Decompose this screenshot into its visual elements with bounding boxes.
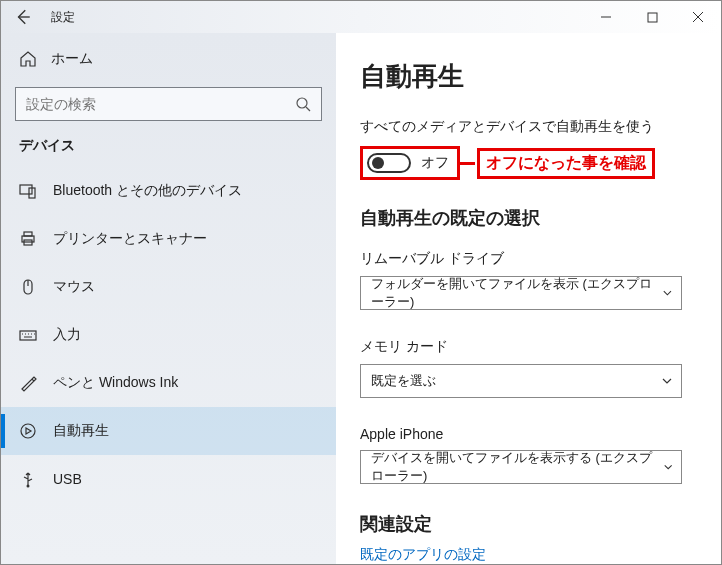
mouse-icon (19, 278, 37, 296)
iphone-dropdown[interactable]: デバイスを開いてファイルを表示する (エクスプローラー) (360, 450, 682, 484)
devices-icon (19, 182, 37, 200)
svg-point-10 (27, 485, 30, 488)
toggle-label: すべてのメディアとデバイスで自動再生を使う (360, 118, 697, 136)
sidebar-item-mouse[interactable]: マウス (1, 263, 336, 311)
sidebar-item-label: 入力 (53, 326, 81, 344)
memory-card-dropdown[interactable]: 既定を選ぶ (360, 364, 682, 398)
close-button[interactable] (675, 1, 721, 33)
annotation-callout: オフになった事を確認 (477, 148, 655, 179)
removable-drive-dropdown[interactable]: フォルダーを開いてファイルを表示 (エクスプローラー) (360, 276, 682, 310)
sidebar-item-label: ペンと Windows Ink (53, 374, 178, 392)
main-panel: 自動再生 すべてのメディアとデバイスで自動再生を使う オフ オフになった事を確認… (336, 33, 721, 564)
usb-icon (19, 470, 37, 488)
page-heading: 自動再生 (360, 59, 697, 94)
svg-rect-2 (20, 185, 32, 194)
close-icon (692, 11, 704, 23)
sidebar-item-autoplay[interactable]: 自動再生 (1, 407, 336, 455)
home-icon (19, 50, 37, 68)
maximize-button[interactable] (629, 1, 675, 33)
sidebar-list: Bluetooth とその他のデバイス プリンターとスキャナー マウス 入力 ペ (1, 167, 336, 564)
arrow-left-icon (14, 8, 32, 26)
svg-point-9 (21, 424, 35, 438)
sidebar-item-usb[interactable]: USB (1, 455, 336, 503)
pen-icon (19, 374, 37, 392)
printer-icon (19, 230, 37, 248)
sidebar-item-printers[interactable]: プリンターとスキャナー (1, 215, 336, 263)
sidebar-item-label: Bluetooth とその他のデバイス (53, 182, 242, 200)
annotation-connector (457, 162, 475, 165)
keyboard-icon (19, 326, 37, 344)
svg-rect-0 (648, 13, 657, 22)
annotation-highlight: オフ (360, 146, 460, 180)
search-input[interactable] (26, 96, 295, 112)
toggle-state-text: オフ (421, 154, 449, 172)
device-label: リムーバブル ドライブ (360, 250, 697, 268)
dropdown-value: 既定を選ぶ (371, 372, 436, 390)
sidebar-item-label: USB (53, 471, 82, 487)
minimize-icon (600, 11, 612, 23)
sidebar-item-pen[interactable]: ペンと Windows Ink (1, 359, 336, 407)
sidebar: ホーム デバイス Bluetooth とその他のデバイス プリンターとスキャナー (1, 33, 336, 564)
sidebar-category: デバイス (1, 133, 336, 167)
svg-rect-5 (24, 232, 32, 236)
sidebar-item-label: マウス (53, 278, 95, 296)
defaults-heading: 自動再生の既定の選択 (360, 206, 697, 230)
titlebar: 設定 (1, 1, 721, 33)
device-label: メモリ カード (360, 338, 697, 356)
search-icon (295, 96, 311, 112)
svg-rect-8 (20, 331, 36, 340)
sidebar-item-bluetooth[interactable]: Bluetooth とその他のデバイス (1, 167, 336, 215)
chevron-down-icon (663, 461, 673, 473)
related-heading: 関連設定 (360, 512, 697, 536)
autoplay-icon (19, 422, 37, 440)
device-label: Apple iPhone (360, 426, 697, 442)
sidebar-item-label: 自動再生 (53, 422, 109, 440)
chevron-down-icon (662, 287, 673, 299)
sidebar-home[interactable]: ホーム (1, 39, 336, 79)
autoplay-toggle[interactable] (367, 153, 411, 173)
maximize-icon (647, 12, 658, 23)
sidebar-item-label: プリンターとスキャナー (53, 230, 207, 248)
dropdown-value: デバイスを開いてファイルを表示する (エクスプローラー) (371, 449, 663, 485)
dropdown-value: フォルダーを開いてファイルを表示 (エクスプローラー) (371, 275, 662, 311)
back-button[interactable] (1, 1, 45, 33)
sidebar-home-label: ホーム (51, 50, 93, 68)
default-apps-link[interactable]: 既定のアプリの設定 (360, 546, 697, 564)
chevron-down-icon (661, 375, 673, 387)
sidebar-item-typing[interactable]: 入力 (1, 311, 336, 359)
search-box[interactable] (15, 87, 322, 121)
toggle-knob (372, 157, 384, 169)
minimize-button[interactable] (583, 1, 629, 33)
svg-point-1 (297, 98, 307, 108)
window-title: 設定 (51, 9, 75, 26)
